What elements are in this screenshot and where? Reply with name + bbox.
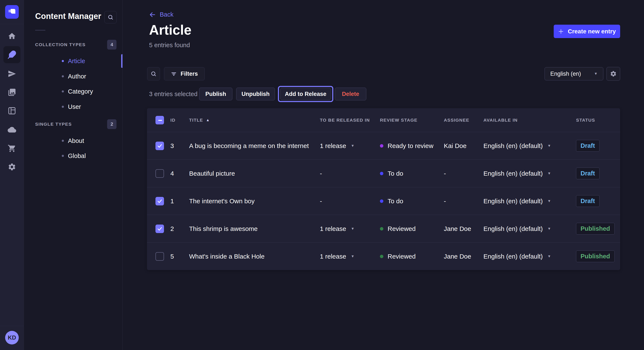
release-chevron: ▼ [351,227,354,231]
sidebar-item-global[interactable]: Global [24,148,123,164]
status-badge: Draft [576,168,600,179]
table-row[interactable]: 2 This shrimp is awesome 1 release ▼ Rev… [147,215,620,242]
row-locale-dropdown[interactable]: English (en) (default) ▼ [484,197,576,205]
subnav-title: Content Manager [35,12,101,21]
column-header-status: STATUS [576,118,620,123]
plus-icon [558,28,564,34]
table-body: 3 A bug is becoming a meme on the intern… [147,132,620,270]
row-checkbox[interactable] [156,169,164,178]
row-assignee: Jane Doe [444,253,484,260]
user-avatar[interactable]: KD [5,331,19,345]
sidebar-item-article[interactable]: Article [24,53,123,69]
check-icon [157,143,162,149]
column-header-id[interactable]: ID [170,118,189,123]
rail-divider [0,326,24,326]
row-assignee: - [444,170,484,177]
locale-chevron: ▼ [547,144,551,148]
row-locale-dropdown[interactable]: English (en) (default) ▼ [484,142,576,150]
row-title: What's inside a Black Hole [189,253,320,260]
releases-send-icon[interactable] [8,70,16,78]
sidebar-item-author[interactable]: Author [24,69,123,84]
row-release-dropdown[interactable]: 1 release ▼ [320,142,380,150]
row-id: 5 [170,253,189,260]
media-library-icon[interactable] [8,88,16,97]
section-single-types: SINGLE TYPES [35,122,72,127]
row-release-dropdown: - ▼ [320,170,380,177]
logo-cell [0,0,24,24]
delete-button[interactable]: Delete [335,88,366,100]
row-release-dropdown[interactable]: 1 release ▼ [320,225,380,232]
subnav-search-button[interactable] [104,11,117,23]
row-id: 1 [170,197,189,205]
settings-gear-icon[interactable] [8,163,16,171]
row-checkbox[interactable] [156,224,164,233]
single-types-count-badge: 2 [107,119,116,129]
row-locale-dropdown[interactable]: English (en) (default) ▼ [484,253,576,260]
row-review-stage: Reviewed [380,253,444,260]
subnav-divider [35,30,45,30]
sidebar-item-category[interactable]: Category [24,84,123,99]
sort-asc-icon: ▲ [206,118,210,122]
home-icon[interactable] [8,32,16,40]
search-button[interactable] [147,67,160,80]
sidebar-item-user[interactable]: User [24,99,123,114]
status-badge: Published [576,250,614,262]
status-badge: Draft [576,195,600,207]
locale-chevron: ▼ [547,199,551,203]
bullet-icon [62,106,64,108]
create-new-entry-button[interactable]: Create new entry [554,25,620,38]
search-icon [108,14,114,20]
add-to-release-focus-ring: Add to Release [278,86,333,102]
row-review-stage: To do [380,170,444,177]
bullet-icon [62,75,64,77]
row-release-dropdown: - ▼ [320,197,380,205]
row-assignee: Kai Doe [444,142,484,150]
content-type-builder-icon[interactable] [8,107,16,115]
check-icon [157,198,162,204]
cloud-deploy-icon[interactable] [8,126,16,134]
column-header-title[interactable]: TITLE ▲ [189,118,320,123]
bullet-icon [62,140,64,142]
row-checkbox[interactable] [156,252,164,261]
stage-dot [380,172,383,175]
back-link[interactable]: Back [149,11,173,18]
content-manager-icon[interactable] [4,46,20,63]
stage-dot [380,227,383,230]
gear-icon [610,70,617,77]
row-checkbox[interactable] [156,197,164,205]
main-content: Back Article 5 entries found Create new … [123,0,644,350]
row-checkbox[interactable] [156,142,164,150]
filter-icon [171,71,177,77]
filters-button[interactable]: Filters [164,67,205,80]
locale-select[interactable]: English (en) ▼ [544,67,603,80]
select-all-checkbox[interactable] [156,116,164,124]
sidebar-item-about[interactable]: About [24,133,123,149]
strapi-logo-icon [5,5,19,19]
locale-chevron: ▼ [547,172,551,176]
row-locale-dropdown[interactable]: English (en) (default) ▼ [484,225,576,232]
view-settings-button[interactable] [606,67,620,81]
table-row[interactable]: 3 A bug is becoming a meme on the intern… [147,132,620,160]
stage-dot [380,199,383,203]
main-nav-rail: KD [0,0,24,350]
locale-chevron: ▼ [547,227,551,231]
unpublish-button[interactable]: Unpublish [236,88,275,100]
add-to-release-button[interactable]: Add to Release [280,88,331,100]
marketplace-cart-icon[interactable] [8,144,16,153]
active-item-indicator [121,54,122,68]
column-header-stage: REVIEW STAGE [380,118,444,123]
row-title: A bug is becoming a meme on the internet [189,142,320,150]
row-id: 3 [170,142,189,150]
table-row[interactable]: 1 The internet's Own boy - ▼ To do - Eng… [147,187,620,215]
content-manager-subnav: Content Manager COLLECTION TYPES 4 Artic… [24,0,123,350]
selection-count-text: 3 entries selected [149,91,198,98]
table-row[interactable]: 5 What's inside a Black Hole 1 release ▼… [147,242,620,270]
row-assignee: - [444,197,484,205]
table-row[interactable]: 4 Beautiful picture - ▼ To do - English … [147,160,620,187]
row-locale-dropdown[interactable]: English (en) (default) ▼ [484,170,576,177]
release-chevron: ▼ [351,254,354,259]
row-id: 4 [170,170,189,177]
publish-button[interactable]: Publish [199,88,232,100]
row-release-dropdown[interactable]: 1 release ▼ [320,253,380,260]
row-review-stage: Ready to review [380,142,444,150]
